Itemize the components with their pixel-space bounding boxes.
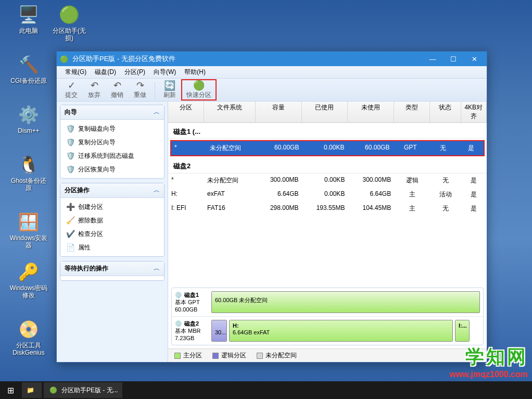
disk2-visual-row[interactable]: 💿磁盘2 基本 MBR 7.23GB 30...H:6.64GB exFATI:… bbox=[172, 317, 483, 345]
item-icon: 🧹 bbox=[66, 216, 75, 225]
menu-item[interactable]: 磁盘(D) bbox=[91, 67, 120, 78]
desktop-icon[interactable]: 🟢分区助手(无损) bbox=[50, 4, 88, 42]
icon-image: 🔑 bbox=[18, 261, 39, 282]
sidebar-panel: 分区操作︿➕创建分区🧹擦除数据✔️检查分区📄属性 bbox=[60, 183, 164, 257]
chevron-up-icon[interactable]: ︿ bbox=[154, 108, 160, 117]
disk1-row[interactable]: * 未分配空间 60.00GB 0.00KB 60.00GB GPT 无 是 bbox=[171, 141, 484, 155]
grid-body: 磁盘1 (... * 未分配空间 60.00GB 0.00KB 60.00GB … bbox=[168, 123, 487, 284]
toolbar-重做[interactable]: ↷重做 bbox=[129, 79, 151, 101]
grid-header-cell[interactable]: 文件系统 bbox=[204, 102, 256, 122]
toolbar-提交[interactable]: ✓提交 bbox=[60, 79, 83, 101]
grid-header-cell[interactable]: 状态 bbox=[430, 102, 461, 122]
panel-header[interactable]: 分区操作︿ bbox=[60, 183, 164, 198]
sidebar-item[interactable]: 🧹擦除数据 bbox=[60, 214, 164, 227]
tool-label: 撤销 bbox=[111, 91, 123, 99]
icon-image: 🟢 bbox=[59, 4, 80, 25]
disk1-bar-unalloc[interactable]: 60.00GB 未分配空间 bbox=[211, 291, 480, 313]
icon-image: 🔨 bbox=[18, 54, 39, 75]
sidebar-item[interactable]: 🛡️分区恢复向导 bbox=[60, 163, 164, 176]
grid-header: 分区文件系统容量已使用未使用类型状态4KB对齐 bbox=[168, 102, 487, 123]
grid-header-cell[interactable]: 未使用 bbox=[348, 102, 394, 122]
toolbar-撤销[interactable]: ↶撤销 bbox=[106, 79, 129, 101]
menu-item[interactable]: 分区(P) bbox=[120, 67, 149, 78]
table-row[interactable]: *未分配空间300.00MB0.00KB300.00MB逻辑无是 bbox=[168, 173, 487, 188]
sidebar-item[interactable]: 🛡️复制磁盘向导 bbox=[60, 122, 164, 135]
sidebar-panel: 向导︿🛡️复制磁盘向导🛡️复制分区向导🛡️迁移系统到固态磁盘🛡️分区恢复向导 bbox=[60, 105, 164, 179]
taskbar-explorer[interactable]: 📁 bbox=[22, 382, 42, 398]
table-row[interactable]: I: EFIFAT16298.00MB193.55MB104.45MB主无是 bbox=[168, 202, 487, 216]
toolbar-刷新[interactable]: 🔄刷新 bbox=[158, 79, 181, 101]
chevron-up-icon[interactable]: ︿ bbox=[154, 186, 160, 195]
icon-image: 🖥️ bbox=[18, 4, 39, 25]
item-label: 分区恢复向导 bbox=[78, 165, 116, 174]
start-button[interactable]: ⊞ bbox=[0, 381, 21, 399]
icon-label: CGI备份还原 bbox=[9, 77, 48, 84]
partition-bar[interactable]: 30... bbox=[211, 320, 227, 342]
titlebar[interactable]: 🟢 分区助手PE版 - 无损分区免费软件 — ☐ ✕ bbox=[57, 52, 487, 66]
sidebar-item[interactable]: 📄属性 bbox=[60, 241, 164, 254]
desktop-icon[interactable]: 🔑Windows密码修改 bbox=[9, 261, 48, 299]
legend-item: 主分区 bbox=[174, 351, 202, 360]
disk-icon: 💿 bbox=[175, 291, 182, 298]
maximize-button[interactable]: ☐ bbox=[443, 53, 464, 65]
item-label: 创建分区 bbox=[78, 203, 103, 211]
sidebar-item[interactable]: ➕创建分区 bbox=[60, 200, 164, 214]
disk2-header[interactable]: 磁盘2 bbox=[168, 157, 487, 173]
chevron-up-icon[interactable]: ︿ bbox=[154, 264, 160, 273]
tool-label: 放弃 bbox=[88, 91, 100, 99]
window-body: 向导︿🛡️复制磁盘向导🛡️复制分区向导🛡️迁移系统到固态磁盘🛡️分区恢复向导分区… bbox=[57, 102, 487, 362]
icon-label: 分区助手(无损) bbox=[50, 27, 88, 42]
table-row[interactable]: H:exFAT6.64GB0.00KB6.64GB主活动是 bbox=[168, 188, 487, 202]
partition-bar[interactable]: I:... bbox=[455, 320, 470, 342]
icon-label: Windows安装器 bbox=[9, 234, 48, 249]
menu-item[interactable]: 常规(G) bbox=[61, 67, 91, 78]
item-label: 属性 bbox=[78, 243, 91, 252]
toolbar-快速分区[interactable]: 🟢快速分区 bbox=[181, 79, 217, 101]
tool-icon: ↶ bbox=[91, 80, 98, 91]
window-title: 分区助手PE版 - 无损分区免费软件 bbox=[72, 54, 422, 64]
desktop-icon[interactable]: ⚙️Dism++ bbox=[9, 104, 48, 134]
app-icon: 🟢 bbox=[59, 54, 69, 64]
tool-icon: ↶ bbox=[113, 80, 121, 91]
panel-header[interactable]: 等待执行的操作︿ bbox=[60, 261, 164, 276]
folder-icon: 📁 bbox=[25, 386, 35, 394]
menu-item[interactable]: 向导(W) bbox=[149, 67, 180, 78]
icon-label: Ghost备份还原 bbox=[9, 177, 48, 192]
sidebar-item[interactable]: 🛡️复制分区向导 bbox=[60, 135, 164, 149]
app-icon: 🟢 bbox=[48, 386, 58, 394]
item-label: 检查分区 bbox=[78, 230, 103, 239]
grid-header-cell[interactable]: 容量 bbox=[256, 102, 302, 122]
window-controls: — ☐ ✕ bbox=[422, 53, 485, 65]
legend-swatch bbox=[212, 353, 219, 359]
sidebar-panel: 等待执行的操作︿ bbox=[60, 261, 164, 281]
sidebar-item[interactable]: 🛡️迁移系统到固态磁盘 bbox=[60, 149, 164, 163]
icon-image: ⚙️ bbox=[18, 104, 39, 125]
item-label: 迁移系统到固态磁盘 bbox=[78, 152, 134, 160]
desktop-icon[interactable]: 🪟Windows安装器 bbox=[9, 211, 48, 249]
desktop-icon[interactable]: 🐧Ghost备份还原 bbox=[9, 154, 48, 192]
tool-label: 快速分区 bbox=[186, 91, 211, 99]
desktop-icon[interactable]: 🖥️此电脑 bbox=[9, 4, 48, 34]
disk1-highlight: * 未分配空间 60.00GB 0.00KB 60.00GB GPT 无 是 bbox=[170, 140, 485, 156]
sidebar-item[interactable]: ✔️检查分区 bbox=[60, 227, 164, 241]
grid-header-cell[interactable]: 已使用 bbox=[302, 102, 348, 122]
taskbar-app[interactable]: 🟢 分区助手PE版 - 无... bbox=[44, 382, 122, 398]
item-label: 擦除数据 bbox=[78, 216, 103, 225]
disk1-visual-row[interactable]: 💿磁盘1 基本 GPT 60.00GB 60.00GB 未分配空间 bbox=[172, 288, 483, 317]
grid-header-cell[interactable]: 4KB对齐 bbox=[461, 102, 487, 122]
close-button[interactable]: ✕ bbox=[464, 53, 485, 65]
grid-header-cell[interactable]: 类型 bbox=[394, 102, 430, 122]
panel-header[interactable]: 向导︿ bbox=[60, 105, 164, 120]
toolbar-放弃[interactable]: ↶放弃 bbox=[83, 79, 106, 101]
desktop-icon[interactable]: 📀分区工具DiskGenius bbox=[9, 319, 48, 356]
tool-label: 重做 bbox=[134, 91, 146, 99]
desktop-icon[interactable]: 🔨CGI备份还原 bbox=[9, 54, 48, 84]
menu-item[interactable]: 帮助(H) bbox=[180, 67, 210, 78]
item-icon: 🛡️ bbox=[66, 151, 75, 160]
disk1-header[interactable]: 磁盘1 (... bbox=[168, 123, 487, 139]
partition-bar[interactable]: H:6.64GB exFAT bbox=[229, 320, 453, 342]
minimize-button[interactable]: — bbox=[422, 53, 443, 65]
item-icon: 🛡️ bbox=[66, 124, 75, 133]
taskbar[interactable]: ⊞ 📁 🟢 分区助手PE版 - 无... bbox=[0, 381, 532, 399]
grid-header-cell[interactable]: 分区 bbox=[168, 102, 204, 122]
